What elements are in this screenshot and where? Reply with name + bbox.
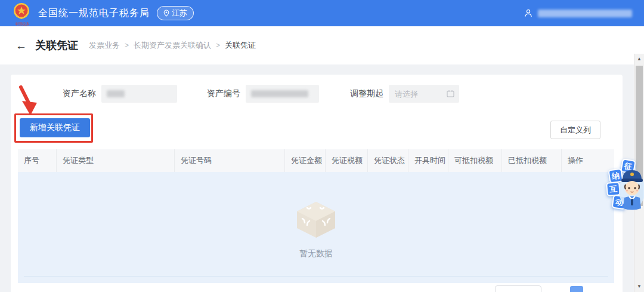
- asset-name-input[interactable]: [101, 85, 177, 103]
- app-header: 中国税务 全国统一规范电子税务局 江苏: [0, 0, 644, 26]
- filter-asset-number: 资产编号: [207, 85, 319, 103]
- filter-adjust-period: 调整期起: [350, 85, 459, 103]
- page-number-button[interactable]: [570, 286, 583, 292]
- annotation-arrow: [16, 85, 42, 118]
- app-window: 中国税务 全国统一规范电子税务局 江苏 ← 关联凭证 发票业务 > 长期资产发票…: [0, 0, 644, 292]
- col-deducted-tax: 已抵扣税额: [502, 149, 562, 172]
- user-account[interactable]: [524, 8, 632, 18]
- tax-interaction-widget[interactable]: 征 纳 互 动: [603, 159, 644, 216]
- col-voucher-type: 凭证类型: [57, 149, 175, 172]
- asset-name-redacted-value: [107, 90, 125, 97]
- user-icon: [524, 8, 533, 18]
- page-content: 资产名称 资产编号 调整期起: [0, 64, 644, 292]
- col-voucher-number: 凭证号码: [175, 149, 285, 172]
- scrollbar-up-arrow-icon[interactable]: ▲: [634, 55, 644, 63]
- adjust-period-label: 调整期起: [350, 88, 383, 99]
- app-title: 全国统一规范电子税务局: [38, 7, 150, 20]
- breadcrumb: 发票业务 > 长期资产发票关联确认 > 关联凭证: [89, 40, 256, 51]
- tax-officer-mascot-icon: [617, 165, 644, 213]
- scrollbar-down-arrow-icon[interactable]: ▼: [634, 282, 644, 291]
- breadcrumb-separator: >: [125, 41, 129, 50]
- back-arrow-icon[interactable]: ←: [16, 40, 27, 51]
- col-voucher-status: 凭证状态: [368, 149, 408, 172]
- customize-columns-button[interactable]: 自定义列: [550, 121, 600, 139]
- empty-divider: [24, 276, 608, 276]
- asset-number-redacted-value: [251, 90, 308, 97]
- page-size-select[interactable]: [495, 285, 541, 292]
- location-pin-icon: [163, 10, 169, 17]
- col-voucher-amount: 凭证金额: [285, 149, 326, 172]
- page-title: 关联凭证: [35, 38, 78, 53]
- tax-emblem-icon: [12, 2, 31, 21]
- asset-number-label: 资产编号: [207, 88, 240, 99]
- col-voucher-tax: 凭证税额: [326, 149, 368, 172]
- user-name-redacted: [538, 10, 632, 17]
- main-card: 资产名称 资产编号 调整期起: [11, 75, 623, 292]
- breadcrumb-item-asset-confirm[interactable]: 长期资产发票关联确认: [134, 40, 211, 51]
- calendar-icon: [447, 90, 454, 97]
- filter-asset-name: 资产名称: [63, 85, 177, 103]
- breadcrumb-item-invoice-business[interactable]: 发票业务: [89, 40, 120, 51]
- voucher-table: 序号 凭证类型 凭证号码 凭证金额 凭证税额 凭证状态 开具时间 可抵扣税额 已…: [18, 149, 614, 283]
- breadcrumb-separator: >: [216, 41, 220, 50]
- breadcrumb-item-current: 关联凭证: [225, 40, 256, 51]
- empty-state: 暂无数据: [18, 172, 614, 283]
- col-issue-time: 开具时间: [408, 149, 448, 172]
- col-serial: 序号: [18, 149, 57, 172]
- col-deductible-tax: 可抵扣税额: [448, 149, 502, 172]
- region-selector[interactable]: 江苏: [157, 6, 194, 20]
- empty-box-icon: [295, 201, 337, 239]
- table-header-row: 序号 凭证类型 凭证号码 凭证金额 凭证税额 凭证状态 开具时间 可抵扣税额 已…: [18, 149, 614, 172]
- region-label: 江苏: [172, 8, 187, 19]
- add-related-voucher-button[interactable]: 新增关联凭证: [20, 118, 90, 137]
- asset-number-input[interactable]: [246, 85, 319, 103]
- empty-state-text: 暂无数据: [299, 248, 333, 259]
- logo-caption: 中国税务: [14, 21, 31, 27]
- breadcrumb-bar: ← 关联凭证 发票业务 > 长期资产发票关联确认 > 关联凭证: [0, 26, 644, 64]
- tax-emblem-logo: 中国税务: [12, 2, 32, 27]
- asset-name-label: 资产名称: [63, 88, 96, 99]
